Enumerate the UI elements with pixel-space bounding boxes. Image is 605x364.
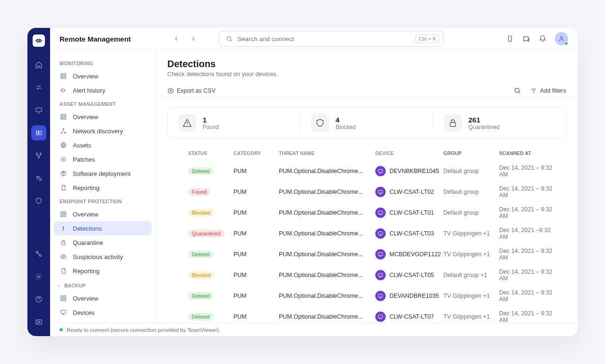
sidebar-item-assets[interactable]: Assets: [54, 138, 152, 152]
cell-threat: PUM.Optional.DisableChrome...: [279, 272, 375, 278]
svg-rect-37: [64, 296, 66, 298]
sidebar-item-label: Patches: [73, 156, 95, 163]
nav-forward[interactable]: [188, 33, 199, 44]
table-row[interactable]: DeletedPUMPUM.Optional.DisableChrome...C…: [167, 306, 566, 323]
table-row[interactable]: QuarantinedPUMPUM.Optional.DisableChrome…: [167, 223, 566, 244]
sidebar-item-alert-history[interactable]: Alert history: [54, 83, 152, 97]
sidebar-item-overview[interactable]: Overview: [54, 291, 152, 305]
add-filters-button[interactable]: Add filters: [530, 87, 566, 94]
statusbar: Ready to connect (secure connection prov…: [50, 323, 578, 336]
rail-workflow[interactable]: [31, 148, 46, 163]
svg-rect-29: [64, 212, 66, 214]
content-scroll[interactable]: 1Found4Blocked261Quarantined STATUSCATEG…: [156, 98, 578, 323]
sidebar-item-network-discovery[interactable]: Network discovery: [54, 124, 152, 138]
cell-device: DEVNBKBRE1045: [375, 166, 443, 176]
grid-icon: [60, 141, 67, 149]
nav-rail: [27, 28, 50, 336]
rail-settings[interactable]: [31, 269, 46, 284]
rail-transfer[interactable]: [31, 80, 46, 95]
sidebar-item-suspicious-activity[interactable]: Suspicious activity: [54, 250, 152, 264]
cell-threat: PUM.Optional.DisableChrome...: [279, 209, 375, 216]
search-icon-toolbar[interactable]: [514, 87, 521, 94]
column-header[interactable]: SCANNED AT: [499, 150, 560, 156]
topbar-actions: [506, 32, 568, 45]
cell-group: TV Göppingen +1: [443, 251, 499, 258]
cell-threat: PUM.Optional.DisableChrome...: [279, 293, 375, 299]
search-input[interactable]: [237, 35, 411, 43]
sidebar-collapse-backup[interactable]: BACKUP: [54, 278, 152, 291]
column-header[interactable]: THREAT NAME: [279, 150, 375, 156]
sidebar-item-devices[interactable]: Devices: [54, 305, 152, 320]
lock-icon: [60, 239, 67, 246]
column-header[interactable]: STATUS: [188, 150, 233, 156]
svg-rect-16: [64, 74, 66, 76]
svg-rect-17: [61, 77, 63, 78]
svg-point-2: [36, 153, 38, 155]
search-field[interactable]: Ctrl + K: [219, 31, 444, 47]
table-row[interactable]: FoundPUMPUM.Optional.DisableChrome...CLW…: [167, 182, 566, 202]
sidebar-item-software-deployment[interactable]: Software deployment: [54, 166, 152, 181]
cell-device: CLW-CSAT-LT07: [375, 312, 443, 322]
sidebar-item-patches[interactable]: Patches: [54, 152, 152, 166]
sidebar-item-overview[interactable]: Overview: [54, 207, 152, 221]
nav-back[interactable]: [171, 33, 182, 44]
megaphone-icon: [60, 87, 67, 94]
cell-threat: PUM.Optional.DisableChrome...: [279, 230, 375, 237]
column-header[interactable]: DEVICE: [375, 150, 443, 156]
table-row[interactable]: DeletedPUMPUM.Optional.DisableChrome...M…: [167, 244, 566, 265]
rail-remote-mgmt[interactable]: [31, 125, 46, 140]
cell-group: Default group: [443, 209, 499, 216]
rail-chat[interactable]: [31, 103, 46, 118]
table-row[interactable]: BlockedPUMPUM.Optional.DisableChrome...C…: [167, 265, 566, 286]
alert-icon: [60, 225, 67, 232]
rail-integrations[interactable]: [31, 246, 46, 261]
svg-rect-44: [379, 170, 383, 173]
svg-point-14: [561, 36, 563, 39]
sidebar-section-label: ENDPOINT PROTECTION: [54, 195, 152, 207]
device-icon: [375, 208, 386, 218]
cell-scanned: Dec 14, 2021 – 9:32 AM: [499, 248, 560, 261]
sidebar-item-label: Assets: [73, 142, 91, 149]
stat-quarantined: 261Quarantined: [433, 114, 566, 132]
sidebar-item-reporting[interactable]: Reporting: [54, 181, 152, 195]
table-row[interactable]: DeletedPUMPUM.Optional.DisableChrome...D…: [167, 161, 566, 182]
export-csv-button[interactable]: Export as CSV: [167, 87, 216, 94]
rail-process[interactable]: [31, 171, 46, 186]
rail-security[interactable]: [31, 193, 46, 208]
rail-collapse[interactable]: [31, 314, 46, 329]
rail-help[interactable]: [31, 292, 46, 307]
table-row[interactable]: DeletedPUMPUM.Optional.DisableChrome...D…: [167, 286, 566, 306]
dashboard-icon: [60, 295, 67, 302]
status-badge: Deleted: [188, 251, 214, 258]
sidebar-item-overview[interactable]: Overview: [54, 110, 152, 124]
device-icon: [375, 312, 386, 322]
cell-category: PUM: [233, 168, 279, 174]
column-header[interactable]: CATEGORY: [233, 150, 279, 156]
chat-icon[interactable]: [522, 35, 530, 43]
stat-icon: [178, 114, 196, 132]
sidebar-item-detections[interactable]: Detections: [54, 221, 152, 235]
cell-scanned: Dec 14, 2021 – 9:32 AM: [499, 289, 560, 303]
device-icon: [375, 187, 386, 197]
sidebar-item-reporting[interactable]: Reporting: [54, 264, 152, 278]
avatar[interactable]: [555, 32, 568, 45]
svg-rect-28: [61, 212, 63, 214]
column-header[interactable]: GROUP: [443, 150, 499, 156]
sidebar-item-overview[interactable]: Overview: [54, 69, 152, 83]
table-header: STATUSCATEGORYTHREAT NAMEDEVICEGROUPSCAN…: [167, 146, 566, 161]
logo-icon[interactable]: [33, 35, 45, 47]
sidebar-item-quarantine[interactable]: Quarantine: [54, 235, 152, 250]
cell-threat: PUM.Optional.DisableChrome...: [279, 251, 375, 258]
device-icon[interactable]: [506, 35, 514, 43]
svg-rect-34: [61, 242, 65, 245]
svg-rect-36: [61, 296, 63, 298]
table-row[interactable]: BlockedPUMPUM.Optional.DisableChrome...C…: [167, 202, 566, 223]
cell-category: PUM: [233, 189, 279, 195]
svg-rect-40: [61, 310, 66, 313]
bell-icon[interactable]: [539, 35, 546, 43]
svg-rect-15: [61, 74, 63, 76]
rail-home[interactable]: [31, 57, 46, 72]
device-icon: [375, 166, 386, 176]
cell-category: PUM: [233, 293, 279, 299]
sidebar-item-label: Alert history: [73, 87, 105, 94]
